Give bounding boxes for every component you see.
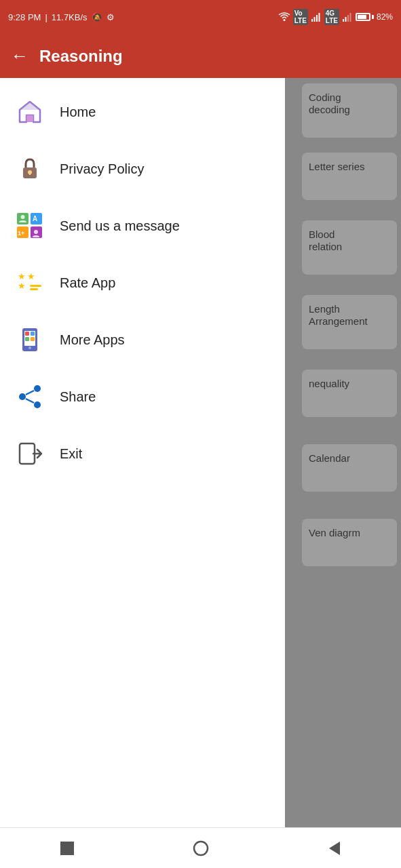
- menu-privacy-label: Privacy Policy: [60, 161, 144, 177]
- menu-panel: Home Privacy Policy: [0, 78, 285, 827]
- nav-bar: [0, 827, 401, 868]
- svg-text:★: ★: [27, 271, 35, 281]
- right-card-letter-text: Letter series: [309, 161, 365, 172]
- rate-icon: ★ ★ ★: [14, 267, 46, 299]
- battery-icon: [356, 13, 374, 21]
- exit-icon: [14, 437, 46, 470]
- right-card-letter: Letter series: [302, 153, 397, 200]
- menu-item-home[interactable]: Home: [0, 83, 285, 140]
- main-container: Home Privacy Policy: [0, 78, 401, 827]
- menu-rate-label: Rate App: [60, 275, 115, 291]
- right-card-coding-text: Codingdecoding: [309, 92, 350, 115]
- back-button[interactable]: ←: [11, 45, 28, 66]
- gear-icon: ⚙: [107, 12, 115, 22]
- svg-point-41: [194, 842, 208, 855]
- menu-item-more-apps[interactable]: More Apps: [0, 311, 285, 368]
- nav-home-button[interactable]: [180, 835, 221, 862]
- app-bar: ← Reasoning: [0, 34, 401, 78]
- menu-share-label: Share: [60, 389, 96, 405]
- right-card-inequality-text: nequality: [309, 378, 349, 389]
- network-speed: 11.7KB/s: [52, 12, 88, 22]
- bell-icon: 🔕: [92, 12, 102, 22]
- svg-point-33: [28, 347, 31, 349]
- nav-square-button[interactable]: [47, 835, 88, 862]
- svg-rect-29: [25, 332, 29, 336]
- status-bar: 9:28 PM | 11.7KB/s 🔕 ⚙ VoLTE 4GLTE: [0, 0, 401, 34]
- square-icon: [58, 839, 77, 858]
- time-text: 9:28 PM: [8, 12, 41, 22]
- signal-icon2: [342, 12, 353, 22]
- svg-text:★: ★: [18, 271, 26, 281]
- share-icon: [14, 380, 46, 413]
- message-icon: A 1+: [14, 210, 46, 242]
- svg-point-35: [19, 393, 26, 400]
- svg-rect-25: [30, 285, 41, 287]
- wifi-icon: [278, 12, 290, 22]
- svg-rect-32: [31, 337, 35, 341]
- svg-rect-4: [318, 13, 320, 22]
- svg-rect-26: [30, 288, 38, 290]
- svg-point-18: [21, 215, 25, 219]
- signal-icon1: [311, 12, 322, 22]
- right-card-inequality: nequality: [302, 370, 397, 417]
- svg-text:A: A: [33, 215, 37, 222]
- svg-text:★: ★: [18, 281, 26, 291]
- menu-more-apps-label: More Apps: [60, 332, 125, 348]
- svg-rect-6: [345, 17, 346, 22]
- apps-icon: [14, 323, 46, 356]
- right-card-coding: Codingdecoding: [302, 83, 397, 138]
- menu-item-rate[interactable]: ★ ★ ★ Rate App: [0, 254, 285, 311]
- menu-item-exit[interactable]: Exit: [0, 425, 285, 482]
- right-card-venn-text: Ven diagrm: [309, 527, 360, 538]
- svg-marker-10: [20, 102, 40, 110]
- menu-home-label: Home: [60, 104, 96, 120]
- svg-point-0: [283, 19, 285, 21]
- right-card-blood: Bloodrelation: [302, 220, 397, 275]
- svg-rect-7: [347, 15, 349, 22]
- right-card-length-text: LengthArrangement: [309, 303, 368, 327]
- lock-icon: [14, 153, 46, 185]
- status-right: VoLTE 4GLTE 82%: [278, 9, 393, 25]
- volte-icon1: VoLTE: [293, 9, 308, 25]
- home-icon: [14, 96, 46, 128]
- svg-rect-2: [313, 17, 315, 22]
- svg-rect-3: [316, 15, 318, 22]
- back-nav-icon: [325, 839, 344, 858]
- separator: |: [45, 12, 47, 22]
- svg-rect-13: [29, 172, 31, 175]
- svg-text:1+: 1+: [18, 230, 24, 237]
- right-card-length: LengthArrangement: [302, 295, 397, 349]
- svg-rect-39: [20, 443, 35, 464]
- app-title: Reasoning: [39, 47, 123, 66]
- svg-point-34: [34, 385, 41, 392]
- menu-item-message[interactable]: A 1+ Send us a message: [0, 197, 285, 254]
- right-card-calendar-text: Calendar: [309, 452, 350, 464]
- menu-message-label: Send us a message: [60, 218, 180, 234]
- right-card-venn: Ven diagrm: [302, 519, 397, 566]
- svg-rect-5: [343, 19, 344, 22]
- svg-rect-31: [25, 337, 29, 341]
- svg-rect-30: [31, 332, 35, 336]
- right-card-calendar: Calendar: [302, 444, 397, 492]
- status-left: 9:28 PM | 11.7KB/s 🔕 ⚙: [8, 12, 115, 22]
- right-card-blood-text: Bloodrelation: [309, 229, 342, 252]
- svg-marker-42: [329, 842, 340, 855]
- right-panel: Codingdecoding Letter series Bloodrelati…: [285, 78, 401, 827]
- menu-exit-label: Exit: [60, 446, 82, 462]
- svg-rect-40: [60, 842, 74, 855]
- svg-line-37: [26, 391, 34, 395]
- svg-point-36: [34, 401, 41, 408]
- menu-item-share[interactable]: Share: [0, 368, 285, 425]
- circle-icon: [191, 839, 210, 858]
- svg-point-21: [34, 230, 38, 234]
- nav-back-button[interactable]: [314, 835, 355, 862]
- svg-rect-1: [311, 19, 313, 22]
- svg-line-38: [26, 399, 34, 403]
- volte-icon2: 4GLTE: [324, 9, 339, 25]
- menu-item-privacy[interactable]: Privacy Policy: [0, 140, 285, 197]
- svg-rect-8: [349, 13, 351, 22]
- svg-rect-9: [26, 115, 33, 122]
- battery-percent: 82%: [377, 12, 393, 22]
